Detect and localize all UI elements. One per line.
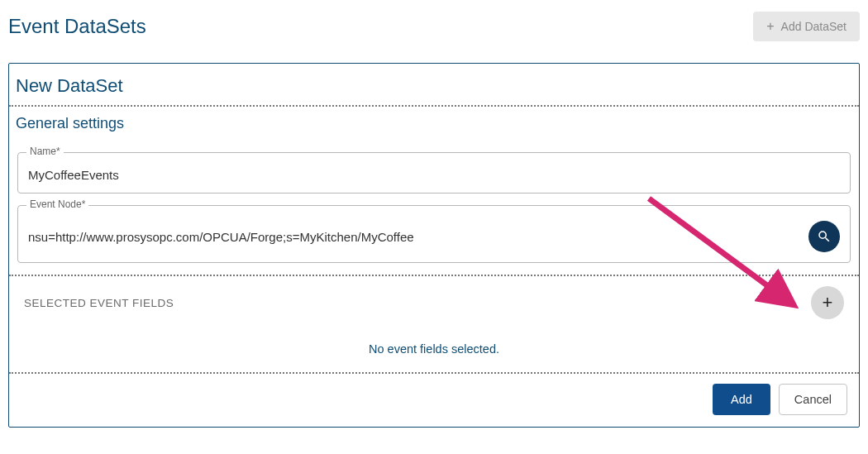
no-event-fields-message: No event fields selected.	[9, 329, 859, 372]
name-field-label: Name*	[26, 146, 64, 157]
add-button[interactable]: Add	[713, 384, 770, 415]
name-field-wrap: Name*	[17, 152, 851, 194]
event-node-field-wrap: Event Node*	[17, 205, 851, 263]
event-node-field[interactable]	[28, 230, 800, 244]
general-settings-heading: General settings	[9, 107, 859, 136]
browse-node-button[interactable]	[808, 221, 840, 252]
name-field[interactable]	[28, 168, 840, 182]
add-dataset-button-label: Add DataSet	[781, 20, 847, 33]
cancel-button[interactable]: Cancel	[779, 384, 847, 415]
general-settings-fields: Name* Event Node*	[9, 136, 859, 275]
selected-event-fields-header: SELECTED EVENT FIELDS +	[9, 276, 859, 329]
page-header: Event DataSets + Add DataSet	[0, 0, 868, 55]
plus-icon: +	[766, 20, 774, 33]
event-node-field-label: Event Node*	[26, 198, 88, 210]
card-footer: Add Cancel	[9, 374, 859, 427]
add-dataset-button[interactable]: + Add DataSet	[753, 12, 860, 41]
selected-event-fields-label: SELECTED EVENT FIELDS	[24, 297, 174, 309]
plus-icon: +	[823, 292, 833, 313]
search-icon	[817, 229, 832, 244]
new-dataset-card: New DataSet General settings Name* Event…	[8, 63, 860, 428]
page-title: Event DataSets	[8, 15, 146, 38]
card-title: New DataSet	[9, 64, 859, 105]
add-event-field-button[interactable]: +	[811, 286, 844, 319]
